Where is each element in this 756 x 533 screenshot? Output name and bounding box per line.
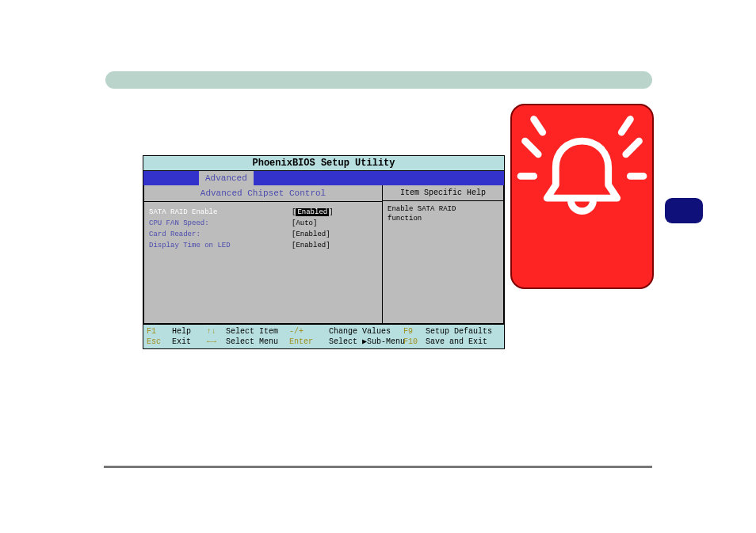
warning-panel [510,104,654,289]
footer-text: Select ▶Sub-Menu [329,337,403,347]
bios-help-text: Enable SATA RAID function [383,201,503,227]
alert-bell-icon [512,244,652,257]
footer-key: Esc [147,337,172,347]
footer-key: F9 [403,326,426,337]
footer-key: F10 [403,337,426,347]
option-row[interactable]: CPU FAN Speed: [Auto] [144,218,382,229]
footer-text: Select Menu [226,337,289,347]
footer-text: Save and Exit [426,337,487,347]
option-value: [Auto] [292,218,377,229]
footer-arrows: ←→ [207,337,226,347]
footer-arrows: ↑↓ [207,326,226,337]
bios-top-menu[interactable]: Advanced [143,171,504,185]
footer-key: -/+ [289,326,329,337]
option-row[interactable]: Display Time on LED [Enabled] [144,240,382,251]
option-label: Display Time on LED [149,240,292,251]
bios-subheading-left: Advanced Chipset Control [144,185,382,202]
option-label: SATA RAID Enable [149,207,292,218]
side-nav-button[interactable] [665,198,703,223]
option-value: [Enabled] [292,229,377,240]
top-rounded-bar [105,71,652,89]
footer-rule [104,466,652,468]
option-label: Card Reader: [149,229,292,240]
footer-text: Select Item [226,326,289,337]
footer-text: Change Values [329,326,403,337]
footer-text: Setup Defaults [426,326,492,337]
option-value: [Enabled] [292,240,377,251]
footer-key: F1 [147,326,172,337]
option-label: CPU FAN Speed: [149,218,292,229]
tab-advanced[interactable]: Advanced [199,171,254,185]
bios-help-pane: Item Specific Help Enable SATA RAID func… [383,185,504,324]
bios-footer: F1 Help ↑↓ Select Item -/+ Change Values… [143,324,504,348]
bios-title: PhoenixBIOS Setup Utility [143,156,504,171]
bios-setup-window: PhoenixBIOS Setup Utility Advanced Advan… [143,155,505,349]
footer-text: Help [172,326,207,337]
option-row[interactable]: SATA RAID Enable [Enabled] [144,207,382,218]
option-value: [Enabled] [292,207,377,218]
bios-options-pane[interactable]: Advanced Chipset Control SATA RAID Enabl… [143,185,383,324]
option-row[interactable]: Card Reader: [Enabled] [144,229,382,240]
footer-text: Exit [172,337,207,347]
footer-key: Enter [289,337,329,347]
bios-subheading-right: Item Specific Help [383,185,503,201]
